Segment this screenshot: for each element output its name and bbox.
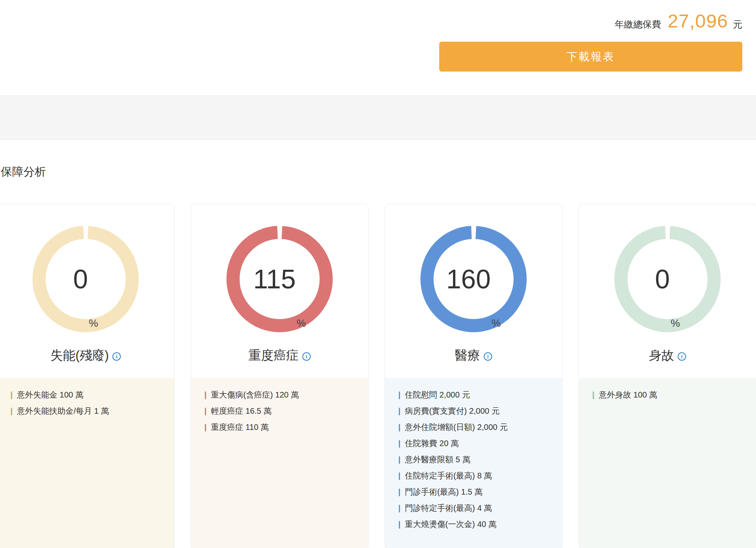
info-icon[interactable] (484, 352, 492, 361)
benefit-tick (11, 408, 12, 415)
section-divider-band (0, 95, 756, 140)
summary-header: 年繳總保費 27,096 元 下載報表 (0, 0, 756, 95)
coverage-percent-value: 0 (655, 266, 670, 292)
coverage-percent-unit: % (297, 317, 306, 330)
benefit-text: 門診特定手術(最高) 4 萬 (405, 504, 492, 513)
info-icon[interactable] (678, 352, 686, 361)
info-icon[interactable] (302, 352, 311, 361)
benefit-item: 輕度癌症 16.5 萬 (205, 406, 357, 416)
benefit-tick (205, 391, 206, 399)
benefit-tick (399, 489, 400, 496)
coverage-card-cancer: 115 % 重度癌症 重大傷病(含癌症) 120 萬輕度癌症 16.5 萬重度癌… (191, 204, 369, 548)
card-title: 身故 (649, 347, 674, 364)
benefit-item: 門診手術(最高) 1.5 萬 (399, 487, 551, 497)
coverage-donut: 160 % (420, 225, 527, 333)
card-title: 失能(殘廢) (51, 347, 109, 364)
benefit-tick (205, 424, 206, 432)
benefit-text: 輕度癌症 16.5 萬 (211, 406, 272, 416)
benefit-item: 病房費(實支實付) 2,000 元 (399, 406, 551, 416)
benefit-text: 意外住院增額(日額) 2,000 元 (405, 423, 508, 432)
coverage-card-medical: 160 % 醫療 住院慰問 2,000 元病房費(實支實付) 2,000 元意外… (385, 204, 562, 548)
benefit-tick (593, 391, 594, 399)
benefit-list: 住院慰問 2,000 元病房費(實支實付) 2,000 元意外住院增額(日額) … (385, 378, 562, 548)
benefit-item: 意外醫療限額 5 萬 (399, 455, 551, 464)
benefit-text: 重度癌症 110 萬 (211, 423, 269, 432)
benefit-list: 重大傷病(含癌症) 120 萬輕度癌症 16.5 萬重度癌症 110 萬 (191, 378, 368, 548)
benefit-item: 重度癌症 110 萬 (205, 423, 357, 432)
page: 年繳總保費 27,096 元 下載報表 保障分析 0 % (0, 0, 756, 548)
card-title-row: 失能(殘廢) (0, 347, 174, 364)
benefit-text: 意外醫療限額 5 萬 (405, 455, 470, 464)
card-title: 醫療 (455, 347, 480, 364)
coverage-percent-value: 160 (446, 266, 491, 292)
coverage-cards: 0 % 失能(殘廢) 意外失能金 100 萬意外失能扶助金/每月 1 萬 (0, 204, 756, 548)
download-report-button[interactable]: 下載報表 (439, 42, 742, 72)
benefit-tick (399, 408, 400, 415)
benefit-item: 重大傷病(含癌症) 120 萬 (205, 390, 357, 400)
annual-premium: 年繳總保費 27,096 元 (615, 10, 742, 32)
benefit-tick (399, 440, 400, 448)
benefit-text: 重大燒燙傷(一次金) 40 萬 (405, 520, 497, 529)
section-title: 保障分析 (1, 164, 756, 180)
coverage-percent-unit: % (492, 317, 501, 330)
benefit-list: 意外失能金 100 萬意外失能扶助金/每月 1 萬 (0, 378, 174, 548)
benefit-item: 重大燒燙傷(一次金) 40 萬 (399, 520, 551, 529)
benefit-item: 住院雜費 20 萬 (399, 439, 551, 448)
benefit-text: 住院雜費 20 萬 (405, 439, 459, 448)
coverage-donut: 0 % (614, 225, 721, 333)
benefit-tick (399, 521, 400, 529)
benefit-tick (399, 472, 400, 480)
card-title-row: 身故 (579, 347, 756, 364)
annual-premium-unit: 元 (733, 18, 742, 31)
benefit-text: 意外身故 100 萬 (599, 390, 657, 400)
coverage-percent: 0 % (32, 225, 139, 333)
benefit-tick (205, 408, 206, 415)
info-icon[interactable] (112, 352, 121, 361)
benefit-text: 意外失能金 100 萬 (17, 390, 83, 400)
benefit-item: 意外失能金 100 萬 (11, 390, 163, 400)
benefit-tick (399, 456, 400, 464)
benefit-tick (11, 391, 12, 399)
benefit-item: 門診特定手術(最高) 4 萬 (399, 504, 551, 513)
benefit-item: 住院特定手術(最高) 8 萬 (399, 471, 551, 480)
coverage-card-death: 0 % 身故 意外身故 100 萬 (579, 204, 756, 548)
coverage-percent-unit: % (89, 317, 98, 330)
card-title: 重度癌症 (248, 347, 299, 364)
benefit-tick (399, 505, 400, 512)
benefit-tick (399, 424, 400, 432)
benefit-text: 意外失能扶助金/每月 1 萬 (17, 406, 109, 416)
coverage-analysis-section: 保障分析 0 % 失能(殘廢) 意外失能金 100 萬意外失能扶助 (0, 140, 756, 548)
benefit-text: 門診手術(最高) 1.5 萬 (405, 487, 482, 497)
benefit-text: 重大傷病(含癌症) 120 萬 (211, 390, 299, 400)
benefit-text: 住院特定手術(最高) 8 萬 (405, 471, 492, 480)
benefit-item: 意外失能扶助金/每月 1 萬 (11, 406, 163, 416)
annual-premium-label: 年繳總保費 (615, 18, 661, 31)
benefit-tick (399, 391, 400, 399)
card-title-row: 重度癌症 (191, 347, 368, 364)
coverage-percent-value: 0 (73, 266, 88, 292)
coverage-percent-value: 115 (253, 266, 296, 292)
benefit-item: 意外身故 100 萬 (593, 390, 745, 400)
benefit-text: 住院慰問 2,000 元 (405, 390, 470, 400)
coverage-percent: 115 % (226, 225, 333, 333)
benefit-item: 意外住院增額(日額) 2,000 元 (399, 423, 551, 432)
card-title-row: 醫療 (385, 347, 562, 364)
coverage-percent-unit: % (671, 317, 680, 330)
annual-premium-value: 27,096 (668, 10, 728, 32)
coverage-card-disability: 0 % 失能(殘廢) 意外失能金 100 萬意外失能扶助金/每月 1 萬 (0, 204, 175, 548)
coverage-percent: 160 % (420, 225, 527, 333)
benefit-list: 意外身故 100 萬 (579, 378, 756, 548)
benefit-item: 住院慰問 2,000 元 (399, 390, 551, 400)
coverage-percent: 0 % (614, 225, 721, 333)
coverage-donut: 115 % (226, 225, 333, 333)
benefit-text: 病房費(實支實付) 2,000 元 (405, 406, 499, 416)
coverage-donut: 0 % (32, 225, 139, 333)
